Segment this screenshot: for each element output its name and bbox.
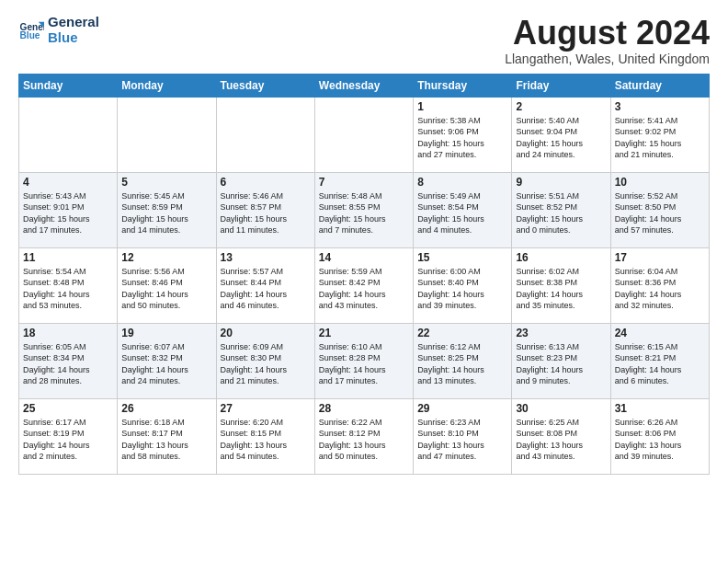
day-info: Sunrise: 5:52 AM Sunset: 8:50 PM Dayligh… (615, 190, 705, 236)
day-number: 27 (221, 402, 311, 415)
calendar-cell: 9Sunrise: 5:51 AM Sunset: 8:52 PM Daylig… (512, 172, 610, 247)
day-info: Sunrise: 5:38 AM Sunset: 9:06 PM Dayligh… (417, 115, 507, 161)
day-number: 30 (516, 402, 606, 415)
calendar-cell: 13Sunrise: 5:57 AM Sunset: 8:44 PM Dayli… (216, 247, 314, 323)
day-number: 19 (121, 327, 211, 339)
calendar-cell: 16Sunrise: 6:02 AM Sunset: 8:38 PM Dayli… (512, 247, 610, 323)
day-info: Sunrise: 5:46 AM Sunset: 8:57 PM Dayligh… (221, 190, 311, 236)
calendar-cell: 15Sunrise: 6:00 AM Sunset: 8:40 PM Dayli… (414, 247, 512, 323)
calendar-cell: 7Sunrise: 5:48 AM Sunset: 8:55 PM Daylig… (314, 172, 413, 247)
day-info: Sunrise: 6:02 AM Sunset: 8:38 PM Dayligh… (516, 266, 606, 312)
day-info: Sunrise: 6:10 AM Sunset: 8:28 PM Dayligh… (319, 341, 409, 387)
day-info: Sunrise: 5:45 AM Sunset: 8:59 PM Dayligh… (121, 190, 211, 236)
calendar-week-row: 25Sunrise: 6:17 AM Sunset: 8:19 PM Dayli… (19, 398, 710, 474)
calendar-cell: 21Sunrise: 6:10 AM Sunset: 8:28 PM Dayli… (314, 323, 413, 398)
day-number: 6 (221, 176, 311, 189)
page: General Blue General Blue August 2024 Ll… (0, 0, 728, 563)
day-info: Sunrise: 5:48 AM Sunset: 8:55 PM Dayligh… (319, 190, 409, 236)
calendar-cell: 6Sunrise: 5:46 AM Sunset: 8:57 PM Daylig… (216, 172, 314, 247)
day-number: 15 (417, 251, 507, 264)
header: General Blue General Blue August 2024 Ll… (18, 15, 710, 66)
calendar-cell: 29Sunrise: 6:23 AM Sunset: 8:10 PM Dayli… (414, 398, 512, 474)
month-title: August 2024 (505, 15, 710, 52)
logo-general: General (48, 15, 99, 30)
day-number: 28 (319, 402, 409, 415)
day-number: 25 (23, 402, 113, 415)
day-info: Sunrise: 6:26 AM Sunset: 8:06 PM Dayligh… (615, 417, 705, 463)
calendar-cell: 23Sunrise: 6:13 AM Sunset: 8:23 PM Dayli… (512, 323, 610, 398)
day-info: Sunrise: 6:04 AM Sunset: 8:36 PM Dayligh… (615, 266, 705, 312)
calendar-cell: 27Sunrise: 6:20 AM Sunset: 8:15 PM Dayli… (216, 398, 314, 474)
day-info: Sunrise: 6:12 AM Sunset: 8:25 PM Dayligh… (417, 341, 507, 387)
day-number: 9 (516, 176, 606, 189)
day-number: 23 (516, 327, 606, 339)
day-info: Sunrise: 6:23 AM Sunset: 8:10 PM Dayligh… (417, 417, 507, 463)
calendar-cell: 3Sunrise: 5:41 AM Sunset: 9:02 PM Daylig… (610, 97, 709, 172)
day-info: Sunrise: 6:20 AM Sunset: 8:15 PM Dayligh… (221, 417, 311, 463)
calendar-cell: 30Sunrise: 6:25 AM Sunset: 8:08 PM Dayli… (512, 398, 610, 474)
column-header-saturday: Saturday (610, 74, 709, 97)
day-number: 17 (615, 251, 705, 264)
location: Llangathen, Wales, United Kingdom (505, 52, 710, 66)
calendar-cell: 14Sunrise: 5:59 AM Sunset: 8:42 PM Dayli… (314, 247, 413, 323)
column-header-thursday: Thursday (414, 74, 512, 97)
day-number: 5 (121, 176, 211, 189)
day-number: 8 (417, 176, 507, 189)
calendar-cell: 19Sunrise: 6:07 AM Sunset: 8:32 PM Dayli… (118, 323, 216, 398)
day-number: 13 (221, 251, 311, 264)
calendar-cell: 31Sunrise: 6:26 AM Sunset: 8:06 PM Dayli… (610, 398, 709, 474)
day-number: 31 (615, 402, 705, 415)
day-info: Sunrise: 5:51 AM Sunset: 8:52 PM Dayligh… (516, 190, 606, 236)
calendar-cell: 8Sunrise: 5:49 AM Sunset: 8:54 PM Daylig… (414, 172, 512, 247)
calendar-week-row: 11Sunrise: 5:54 AM Sunset: 8:48 PM Dayli… (19, 247, 710, 323)
day-number: 24 (615, 327, 705, 339)
day-info: Sunrise: 5:59 AM Sunset: 8:42 PM Dayligh… (319, 266, 409, 312)
day-number: 14 (319, 251, 409, 264)
day-info: Sunrise: 6:22 AM Sunset: 8:12 PM Dayligh… (319, 417, 409, 463)
day-number: 2 (516, 100, 606, 113)
day-number: 16 (516, 251, 606, 264)
day-number: 10 (615, 176, 705, 189)
svg-text:Blue: Blue (20, 30, 40, 40)
calendar-week-row: 18Sunrise: 6:05 AM Sunset: 8:34 PM Dayli… (19, 323, 710, 398)
column-header-wednesday: Wednesday (314, 74, 413, 97)
day-number: 22 (417, 327, 507, 339)
calendar-cell: 26Sunrise: 6:18 AM Sunset: 8:17 PM Dayli… (118, 398, 216, 474)
calendar-cell (118, 97, 216, 172)
day-info: Sunrise: 5:49 AM Sunset: 8:54 PM Dayligh… (417, 190, 507, 236)
column-header-monday: Monday (118, 74, 216, 97)
calendar-week-row: 1Sunrise: 5:38 AM Sunset: 9:06 PM Daylig… (19, 97, 710, 172)
calendar-cell: 17Sunrise: 6:04 AM Sunset: 8:36 PM Dayli… (610, 247, 709, 323)
day-number: 20 (221, 327, 311, 339)
calendar-cell: 25Sunrise: 6:17 AM Sunset: 8:19 PM Dayli… (19, 398, 118, 474)
calendar-cell (216, 97, 314, 172)
day-number: 1 (417, 100, 507, 113)
day-info: Sunrise: 5:54 AM Sunset: 8:48 PM Dayligh… (23, 266, 113, 312)
day-number: 7 (319, 176, 409, 189)
calendar-cell: 5Sunrise: 5:45 AM Sunset: 8:59 PM Daylig… (118, 172, 216, 247)
calendar-cell: 20Sunrise: 6:09 AM Sunset: 8:30 PM Dayli… (216, 323, 314, 398)
day-number: 21 (319, 327, 409, 339)
calendar-cell: 24Sunrise: 6:15 AM Sunset: 8:21 PM Dayli… (610, 323, 709, 398)
day-info: Sunrise: 6:13 AM Sunset: 8:23 PM Dayligh… (516, 341, 606, 387)
calendar-cell: 2Sunrise: 5:40 AM Sunset: 9:04 PM Daylig… (512, 97, 610, 172)
calendar-cell: 22Sunrise: 6:12 AM Sunset: 8:25 PM Dayli… (414, 323, 512, 398)
day-info: Sunrise: 6:25 AM Sunset: 8:08 PM Dayligh… (516, 417, 606, 463)
calendar-table: SundayMondayTuesdayWednesdayThursdayFrid… (18, 74, 710, 475)
calendar-cell: 28Sunrise: 6:22 AM Sunset: 8:12 PM Dayli… (314, 398, 413, 474)
day-number: 26 (121, 402, 211, 415)
day-info: Sunrise: 6:18 AM Sunset: 8:17 PM Dayligh… (121, 417, 211, 463)
calendar-week-row: 4Sunrise: 5:43 AM Sunset: 9:01 PM Daylig… (19, 172, 710, 247)
calendar-cell: 4Sunrise: 5:43 AM Sunset: 9:01 PM Daylig… (19, 172, 118, 247)
day-number: 3 (615, 100, 705, 113)
calendar-cell: 12Sunrise: 5:56 AM Sunset: 8:46 PM Dayli… (118, 247, 216, 323)
day-number: 12 (121, 251, 211, 264)
logo-blue: Blue (48, 30, 99, 46)
day-info: Sunrise: 5:41 AM Sunset: 9:02 PM Dayligh… (615, 115, 705, 161)
day-number: 18 (23, 327, 113, 339)
calendar-header-row: SundayMondayTuesdayWednesdayThursdayFrid… (19, 74, 710, 97)
day-info: Sunrise: 6:15 AM Sunset: 8:21 PM Dayligh… (615, 341, 705, 387)
calendar-cell: 10Sunrise: 5:52 AM Sunset: 8:50 PM Dayli… (610, 172, 709, 247)
logo: General Blue General Blue (18, 15, 99, 45)
calendar-cell (314, 97, 413, 172)
